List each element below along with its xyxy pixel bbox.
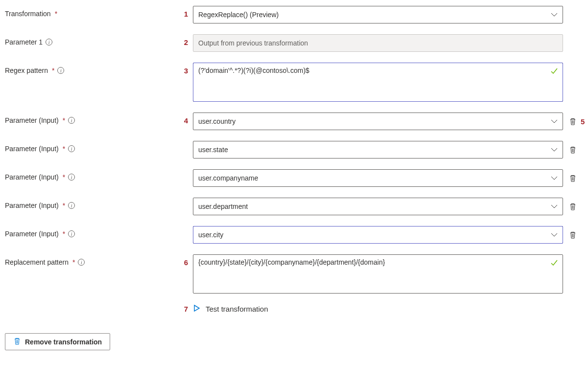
- required-asterisk: *: [63, 145, 65, 153]
- parameter-input-label: Parameter (Input) * i: [5, 198, 176, 209]
- parameter-input-label: Parameter (Input) * i: [5, 169, 176, 181]
- delete-parameter-button[interactable]: [568, 202, 578, 211]
- chevron-down-icon: [551, 203, 558, 210]
- required-asterisk: *: [63, 116, 65, 124]
- remove-transformation-label: Remove transformation: [25, 338, 102, 346]
- callout-6: 6: [176, 254, 193, 267]
- callout-3: 3: [176, 63, 193, 75]
- parameter-input-select[interactable]: user.department: [193, 198, 563, 215]
- parameter-input-row: Parameter (Input) * i user.department: [5, 198, 583, 215]
- label-text: Parameter 1: [5, 38, 43, 46]
- label-text: Parameter (Input): [5, 202, 59, 209]
- callout-5: 5: [581, 117, 585, 126]
- transformation-row: Transformation * 1 RegexReplace() (Previ…: [5, 6, 583, 23]
- info-icon[interactable]: i: [57, 67, 64, 74]
- label-text: Parameter (Input): [5, 230, 59, 238]
- regex-pattern-row: Regex pattern * i 3 (?'domain'^.*?)(?i)(…: [5, 63, 583, 102]
- delete-parameter-button[interactable]: [568, 173, 578, 183]
- label-text: Transformation: [5, 10, 51, 18]
- info-icon[interactable]: i: [78, 259, 85, 266]
- parameter-input-value: user.city: [198, 231, 223, 239]
- transformation-value: RegexReplace() (Preview): [198, 11, 279, 19]
- label-text: Parameter (Input): [5, 173, 59, 181]
- required-asterisk: *: [63, 202, 65, 209]
- parameter-input-select[interactable]: user.companyname: [193, 169, 563, 187]
- parameter1-input: Output from previous transformation: [193, 34, 563, 52]
- required-asterisk: *: [52, 67, 54, 74]
- chevron-down-icon: [551, 118, 558, 125]
- info-icon[interactable]: i: [68, 145, 75, 152]
- callout-4: 4: [176, 113, 193, 125]
- required-asterisk: *: [63, 230, 65, 238]
- parameter-input-label: Parameter (Input) * i: [5, 141, 176, 153]
- replacement-pattern-label: Replacement pattern * i: [5, 254, 176, 266]
- transformation-label: Transformation *: [5, 6, 176, 18]
- play-icon: [193, 304, 201, 314]
- test-transformation-button[interactable]: Test transformation: [193, 304, 268, 314]
- parameter-input-row: Parameter (Input) * i user.state: [5, 141, 583, 159]
- label-text: Parameter (Input): [5, 116, 59, 124]
- parameter-input-row: Parameter (Input) * i user.companyname: [5, 169, 583, 187]
- required-asterisk: *: [63, 173, 65, 181]
- chevron-down-icon: [551, 146, 558, 153]
- required-asterisk: *: [55, 10, 57, 18]
- callout-2: 2: [176, 34, 193, 46]
- parameter1-label: Parameter 1 i: [5, 34, 176, 46]
- replacement-pattern-row: Replacement pattern * i 6 {country}/{sta…: [5, 254, 583, 294]
- parameter-input-select[interactable]: user.city: [193, 226, 563, 244]
- regex-pattern-input[interactable]: (?'domain'^.*?)(?i)(@contoso\.com)$: [193, 63, 563, 102]
- callout-7: 7: [176, 305, 193, 313]
- regex-pattern-label: Regex pattern * i: [5, 63, 176, 74]
- callout-1: 1: [176, 6, 193, 18]
- parameter-input-row: Parameter (Input) * i user.city: [5, 226, 583, 244]
- info-icon[interactable]: i: [68, 117, 75, 124]
- delete-parameter-button[interactable]: [568, 230, 578, 240]
- parameter-input-select[interactable]: user.state: [193, 141, 563, 159]
- test-transformation-label: Test transformation: [206, 305, 268, 313]
- parameter1-row: Parameter 1 i 2 Output from previous tra…: [5, 34, 583, 52]
- trash-icon: [13, 337, 21, 346]
- valid-check-icon: [550, 68, 558, 77]
- chevron-down-icon: [551, 11, 558, 18]
- parameter-input-row: Parameter (Input) * i 4 user.country 5: [5, 113, 583, 130]
- required-asterisk: *: [72, 258, 75, 266]
- label-text: Replacement pattern: [5, 258, 69, 266]
- test-transformation-row: 7 Test transformation: [176, 304, 583, 314]
- info-icon[interactable]: i: [68, 202, 75, 209]
- info-icon[interactable]: i: [68, 230, 75, 237]
- parameter1-placeholder: Output from previous transformation: [198, 39, 308, 47]
- info-icon[interactable]: i: [68, 174, 75, 181]
- parameter-input-value: user.companyname: [198, 174, 258, 182]
- label-text: Parameter (Input): [5, 145, 59, 153]
- regex-pattern-value: (?'domain'^.*?)(?i)(@contoso\.com)$: [198, 67, 309, 74]
- parameter-input-label: Parameter (Input) * i: [5, 113, 176, 124]
- parameter-input-label: Parameter (Input) * i: [5, 226, 176, 238]
- remove-transformation-button[interactable]: Remove transformation: [5, 333, 110, 350]
- parameter-input-value: user.department: [198, 203, 248, 210]
- replacement-pattern-input[interactable]: {country}/{state}/{city}/{companyname}/{…: [193, 254, 563, 294]
- chevron-down-icon: [551, 175, 558, 181]
- valid-check-icon: [550, 259, 558, 269]
- delete-parameter-button[interactable]: [568, 145, 578, 155]
- label-text: Regex pattern: [5, 67, 48, 74]
- chevron-down-icon: [551, 231, 558, 238]
- replacement-pattern-value: {country}/{state}/{city}/{companyname}/{…: [198, 258, 385, 266]
- parameter-input-value: user.state: [198, 146, 228, 154]
- info-icon[interactable]: i: [46, 39, 52, 45]
- delete-parameter-button[interactable]: [568, 116, 578, 126]
- parameter-input-value: user.country: [198, 117, 235, 125]
- parameter-input-select[interactable]: user.country: [193, 113, 563, 130]
- transformation-select[interactable]: RegexReplace() (Preview): [193, 6, 563, 23]
